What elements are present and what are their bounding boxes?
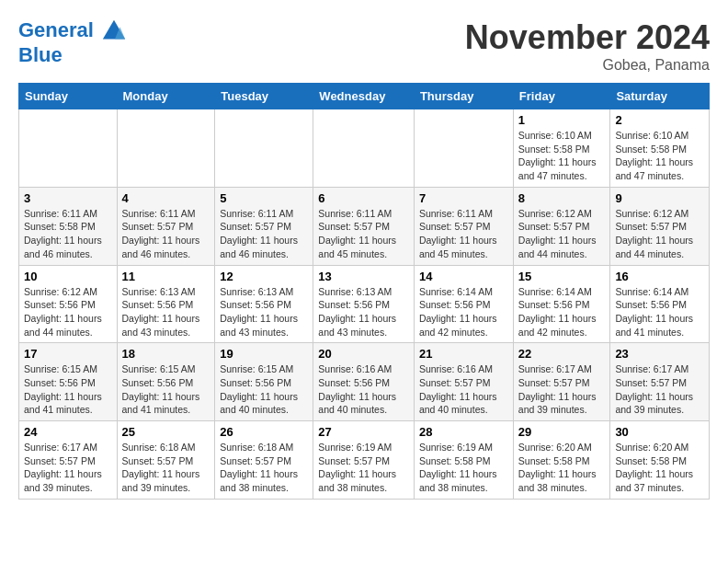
day-cell: [117, 109, 215, 188]
day-cell: [215, 109, 313, 188]
day-cell: 10Sunrise: 6:12 AM Sunset: 5:56 PM Dayli…: [19, 265, 118, 343]
day-info: Sunrise: 6:15 AM Sunset: 5:56 PM Dayligh…: [122, 362, 210, 417]
week-row-2: 3Sunrise: 6:11 AM Sunset: 5:58 PM Daylig…: [19, 187, 710, 265]
day-number: 5: [220, 191, 308, 205]
day-info: Sunrise: 6:16 AM Sunset: 5:56 PM Dayligh…: [318, 362, 409, 417]
day-cell: 17Sunrise: 6:15 AM Sunset: 5:56 PM Dayli…: [19, 343, 118, 421]
header-monday: Monday: [117, 84, 215, 109]
day-number: 19: [220, 347, 308, 361]
day-number: 4: [122, 191, 210, 205]
subtitle: Gobea, Panama: [465, 57, 710, 74]
day-cell: 9Sunrise: 6:12 AM Sunset: 5:57 PM Daylig…: [610, 187, 710, 265]
day-info: Sunrise: 6:11 AM Sunset: 5:57 PM Dayligh…: [419, 207, 508, 261]
day-info: Sunrise: 6:17 AM Sunset: 5:57 PM Dayligh…: [615, 362, 704, 417]
day-number: 17: [24, 347, 112, 361]
day-number: 27: [318, 425, 409, 439]
day-cell: 15Sunrise: 6:14 AM Sunset: 5:56 PM Dayli…: [513, 265, 610, 343]
day-info: Sunrise: 6:19 AM Sunset: 5:58 PM Dayligh…: [419, 441, 508, 495]
day-cell: 30Sunrise: 6:20 AM Sunset: 5:58 PM Dayli…: [610, 421, 710, 500]
header-wednesday: Wednesday: [313, 84, 415, 109]
header-tuesday: Tuesday: [215, 84, 313, 109]
day-number: 8: [518, 191, 606, 205]
day-number: 30: [615, 425, 704, 439]
day-cell: [313, 109, 415, 188]
day-info: Sunrise: 6:11 AM Sunset: 5:57 PM Dayligh…: [220, 207, 308, 261]
day-cell: [19, 109, 118, 188]
day-number: 2: [615, 113, 704, 127]
day-info: Sunrise: 6:10 AM Sunset: 5:58 PM Dayligh…: [518, 129, 606, 183]
day-info: Sunrise: 6:12 AM Sunset: 5:57 PM Dayligh…: [518, 207, 606, 261]
day-info: Sunrise: 6:17 AM Sunset: 5:57 PM Dayligh…: [518, 362, 606, 417]
day-number: 18: [122, 347, 210, 361]
day-cell: 28Sunrise: 6:19 AM Sunset: 5:58 PM Dayli…: [414, 421, 513, 500]
day-cell: 5Sunrise: 6:11 AM Sunset: 5:57 PM Daylig…: [215, 187, 313, 265]
day-cell: 7Sunrise: 6:11 AM Sunset: 5:57 PM Daylig…: [414, 187, 513, 265]
day-number: 10: [24, 270, 112, 283]
day-cell: 1Sunrise: 6:10 AM Sunset: 5:58 PM Daylig…: [513, 109, 610, 188]
week-row-4: 17Sunrise: 6:15 AM Sunset: 5:56 PM Dayli…: [19, 343, 710, 421]
day-cell: 19Sunrise: 6:15 AM Sunset: 5:56 PM Dayli…: [215, 343, 313, 421]
day-info: Sunrise: 6:14 AM Sunset: 5:56 PM Dayligh…: [615, 285, 704, 339]
day-info: Sunrise: 6:10 AM Sunset: 5:58 PM Dayligh…: [615, 129, 704, 183]
day-cell: 6Sunrise: 6:11 AM Sunset: 5:57 PM Daylig…: [313, 187, 415, 265]
day-number: 23: [615, 347, 704, 361]
day-cell: 4Sunrise: 6:11 AM Sunset: 5:57 PM Daylig…: [117, 187, 215, 265]
day-info: Sunrise: 6:11 AM Sunset: 5:57 PM Dayligh…: [318, 207, 409, 261]
day-number: 21: [419, 347, 508, 361]
header-thursday: Thursday: [414, 84, 513, 109]
day-info: Sunrise: 6:18 AM Sunset: 5:57 PM Dayligh…: [122, 441, 210, 495]
day-cell: [414, 109, 513, 188]
day-cell: 21Sunrise: 6:16 AM Sunset: 5:57 PM Dayli…: [414, 343, 513, 421]
day-number: 26: [220, 425, 308, 439]
calendar-header-row: SundayMondayTuesdayWednesdayThursdayFrid…: [19, 84, 710, 109]
day-number: 25: [122, 425, 210, 439]
day-info: Sunrise: 6:14 AM Sunset: 5:56 PM Dayligh…: [518, 285, 606, 339]
day-number: 29: [518, 425, 606, 439]
day-cell: 27Sunrise: 6:19 AM Sunset: 5:57 PM Dayli…: [313, 421, 415, 500]
day-cell: 29Sunrise: 6:20 AM Sunset: 5:58 PM Dayli…: [513, 421, 610, 500]
day-cell: 24Sunrise: 6:17 AM Sunset: 5:57 PM Dayli…: [19, 421, 118, 500]
week-row-5: 24Sunrise: 6:17 AM Sunset: 5:57 PM Dayli…: [19, 421, 710, 500]
day-info: Sunrise: 6:19 AM Sunset: 5:57 PM Dayligh…: [318, 441, 409, 495]
day-number: 6: [318, 191, 409, 205]
day-info: Sunrise: 6:13 AM Sunset: 5:56 PM Dayligh…: [122, 285, 210, 339]
day-number: 11: [122, 270, 210, 283]
day-number: 20: [318, 347, 409, 361]
day-number: 7: [419, 191, 508, 205]
header-friday: Friday: [513, 84, 610, 109]
day-info: Sunrise: 6:20 AM Sunset: 5:58 PM Dayligh…: [615, 441, 704, 495]
day-info: Sunrise: 6:11 AM Sunset: 5:58 PM Dayligh…: [24, 207, 112, 261]
day-number: 9: [615, 191, 704, 205]
day-cell: 3Sunrise: 6:11 AM Sunset: 5:58 PM Daylig…: [19, 187, 118, 265]
day-cell: 16Sunrise: 6:14 AM Sunset: 5:56 PM Dayli…: [610, 265, 710, 343]
day-cell: 11Sunrise: 6:13 AM Sunset: 5:56 PM Dayli…: [117, 265, 215, 343]
page-header: General Blue November 2024 Gobea, Panama: [18, 18, 710, 74]
day-cell: 26Sunrise: 6:18 AM Sunset: 5:57 PM Dayli…: [215, 421, 313, 500]
day-info: Sunrise: 6:15 AM Sunset: 5:56 PM Dayligh…: [24, 362, 112, 417]
day-cell: 18Sunrise: 6:15 AM Sunset: 5:56 PM Dayli…: [117, 343, 215, 421]
title-block: November 2024 Gobea, Panama: [465, 18, 710, 74]
header-sunday: Sunday: [19, 84, 118, 109]
day-cell: 2Sunrise: 6:10 AM Sunset: 5:58 PM Daylig…: [610, 109, 710, 188]
day-cell: 22Sunrise: 6:17 AM Sunset: 5:57 PM Dayli…: [513, 343, 610, 421]
calendar-table: SundayMondayTuesdayWednesdayThursdayFrid…: [18, 83, 710, 500]
day-cell: 23Sunrise: 6:17 AM Sunset: 5:57 PM Dayli…: [610, 343, 710, 421]
day-info: Sunrise: 6:18 AM Sunset: 5:57 PM Dayligh…: [220, 441, 308, 495]
month-title: November 2024: [465, 18, 710, 57]
day-info: Sunrise: 6:11 AM Sunset: 5:57 PM Dayligh…: [122, 207, 210, 261]
day-info: Sunrise: 6:13 AM Sunset: 5:56 PM Dayligh…: [220, 285, 308, 339]
day-number: 1: [518, 113, 606, 127]
day-info: Sunrise: 6:13 AM Sunset: 5:56 PM Dayligh…: [318, 285, 409, 339]
day-cell: 14Sunrise: 6:14 AM Sunset: 5:56 PM Dayli…: [414, 265, 513, 343]
day-cell: 12Sunrise: 6:13 AM Sunset: 5:56 PM Dayli…: [215, 265, 313, 343]
day-number: 15: [518, 270, 606, 283]
week-row-1: 1Sunrise: 6:10 AM Sunset: 5:58 PM Daylig…: [19, 109, 710, 188]
day-cell: 13Sunrise: 6:13 AM Sunset: 5:56 PM Dayli…: [313, 265, 415, 343]
header-saturday: Saturday: [610, 84, 710, 109]
day-number: 14: [419, 270, 508, 283]
day-info: Sunrise: 6:12 AM Sunset: 5:56 PM Dayligh…: [24, 285, 112, 339]
logo: General Blue: [18, 18, 127, 66]
day-number: 16: [615, 270, 704, 283]
day-info: Sunrise: 6:17 AM Sunset: 5:57 PM Dayligh…: [24, 441, 112, 495]
day-number: 22: [518, 347, 606, 361]
